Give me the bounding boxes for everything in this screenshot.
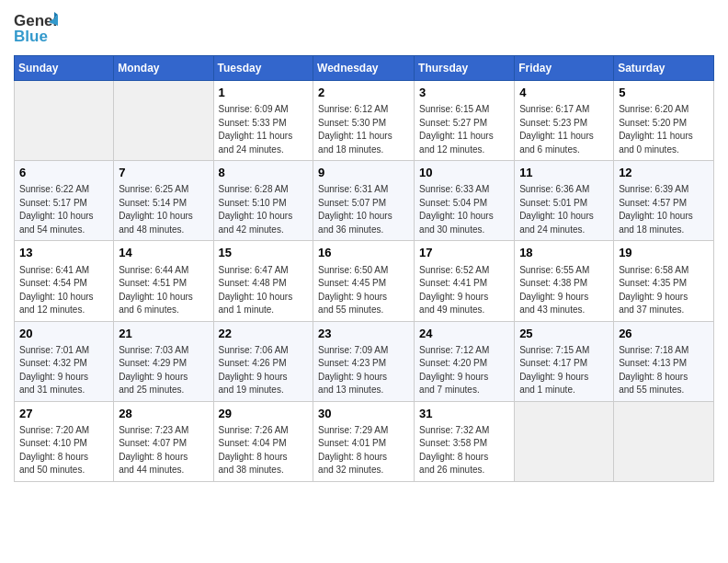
day-number: 3 <box>419 85 509 101</box>
calendar-cell: 24Sunrise: 7:12 AMSunset: 4:20 PMDayligh… <box>415 321 515 401</box>
day-number: 27 <box>19 406 108 422</box>
day-number: 7 <box>119 165 208 181</box>
day-detail: Sunrise: 6:31 AMSunset: 5:07 PMDaylight:… <box>318 183 409 236</box>
calendar-cell <box>15 81 114 161</box>
day-detail: Sunrise: 6:44 AMSunset: 4:51 PMDaylight:… <box>119 264 208 317</box>
calendar-cell: 7Sunrise: 6:25 AMSunset: 5:14 PMDaylight… <box>114 161 213 241</box>
calendar-week-1: 1Sunrise: 6:09 AMSunset: 5:33 PMDaylight… <box>15 81 714 161</box>
day-detail: Sunrise: 7:29 AMSunset: 4:01 PMDaylight:… <box>318 424 409 477</box>
calendar-cell: 10Sunrise: 6:33 AMSunset: 5:04 PMDayligh… <box>415 161 515 241</box>
calendar-cell: 9Sunrise: 6:31 AMSunset: 5:07 PMDaylight… <box>313 161 415 241</box>
day-number: 19 <box>619 245 709 261</box>
calendar-cell <box>515 401 614 481</box>
day-number: 12 <box>619 165 709 181</box>
day-number: 31 <box>419 406 509 422</box>
calendar-cell: 31Sunrise: 7:32 AMSunset: 3:58 PMDayligh… <box>415 401 515 481</box>
page: General Blue SundayMondayTuesdayWednesda… <box>0 0 728 563</box>
day-number: 26 <box>619 326 709 342</box>
day-number: 17 <box>419 245 509 261</box>
calendar-cell: 29Sunrise: 7:26 AMSunset: 4:04 PMDayligh… <box>213 401 313 481</box>
calendar-cell: 12Sunrise: 6:39 AMSunset: 4:57 PMDayligh… <box>614 161 714 241</box>
calendar-week-5: 27Sunrise: 7:20 AMSunset: 4:10 PMDayligh… <box>15 401 714 481</box>
calendar-body: 1Sunrise: 6:09 AMSunset: 5:33 PMDaylight… <box>15 81 714 482</box>
weekday-row: SundayMondayTuesdayWednesdayThursdayFrid… <box>15 56 714 81</box>
day-detail: Sunrise: 6:25 AMSunset: 5:14 PMDaylight:… <box>119 183 208 236</box>
logo: General Blue <box>14 9 60 48</box>
day-detail: Sunrise: 6:58 AMSunset: 4:35 PMDaylight:… <box>619 264 709 317</box>
day-number: 24 <box>419 326 509 342</box>
calendar-cell: 23Sunrise: 7:09 AMSunset: 4:23 PMDayligh… <box>313 321 415 401</box>
calendar-header: SundayMondayTuesdayWednesdayThursdayFrid… <box>15 56 714 81</box>
day-number: 15 <box>219 245 309 261</box>
day-detail: Sunrise: 7:20 AMSunset: 4:10 PMDaylight:… <box>19 424 108 477</box>
day-detail: Sunrise: 6:17 AMSunset: 5:23 PMDaylight:… <box>519 103 609 156</box>
day-number: 1 <box>219 85 309 101</box>
calendar-cell: 28Sunrise: 7:23 AMSunset: 4:07 PMDayligh… <box>114 401 213 481</box>
day-number: 16 <box>318 245 409 261</box>
day-detail: Sunrise: 7:03 AMSunset: 4:29 PMDaylight:… <box>119 344 208 397</box>
day-detail: Sunrise: 6:52 AMSunset: 4:41 PMDaylight:… <box>419 264 509 317</box>
calendar-cell: 15Sunrise: 6:47 AMSunset: 4:48 PMDayligh… <box>213 241 313 321</box>
calendar-cell: 30Sunrise: 7:29 AMSunset: 4:01 PMDayligh… <box>313 401 415 481</box>
day-detail: Sunrise: 7:23 AMSunset: 4:07 PMDaylight:… <box>119 424 208 477</box>
day-number: 28 <box>119 406 208 422</box>
calendar-cell: 22Sunrise: 7:06 AMSunset: 4:26 PMDayligh… <box>213 321 313 401</box>
day-detail: Sunrise: 7:15 AMSunset: 4:17 PMDaylight:… <box>519 344 609 397</box>
weekday-header-wednesday: Wednesday <box>313 56 415 81</box>
day-detail: Sunrise: 6:39 AMSunset: 4:57 PMDaylight:… <box>619 183 709 236</box>
day-detail: Sunrise: 6:28 AMSunset: 5:10 PMDaylight:… <box>219 183 309 236</box>
calendar-cell: 16Sunrise: 6:50 AMSunset: 4:45 PMDayligh… <box>313 241 415 321</box>
day-detail: Sunrise: 7:18 AMSunset: 4:13 PMDaylight:… <box>619 344 709 397</box>
calendar-cell: 11Sunrise: 6:36 AMSunset: 5:01 PMDayligh… <box>515 161 614 241</box>
calendar-cell: 21Sunrise: 7:03 AMSunset: 4:29 PMDayligh… <box>114 321 213 401</box>
day-number: 25 <box>519 326 609 342</box>
weekday-header-saturday: Saturday <box>614 56 714 81</box>
calendar-table: SundayMondayTuesdayWednesdayThursdayFrid… <box>14 55 714 482</box>
calendar-cell <box>614 401 714 481</box>
day-number: 30 <box>318 406 409 422</box>
day-number: 29 <box>219 406 309 422</box>
day-detail: Sunrise: 7:09 AMSunset: 4:23 PMDaylight:… <box>318 344 409 397</box>
day-detail: Sunrise: 6:36 AMSunset: 5:01 PMDaylight:… <box>519 183 609 236</box>
day-detail: Sunrise: 6:20 AMSunset: 5:20 PMDaylight:… <box>619 103 709 156</box>
calendar-cell: 8Sunrise: 6:28 AMSunset: 5:10 PMDaylight… <box>213 161 313 241</box>
calendar-cell: 3Sunrise: 6:15 AMSunset: 5:27 PMDaylight… <box>415 81 515 161</box>
day-number: 13 <box>19 245 108 261</box>
day-number: 6 <box>19 165 108 181</box>
day-detail: Sunrise: 6:41 AMSunset: 4:54 PMDaylight:… <box>19 264 108 317</box>
weekday-header-thursday: Thursday <box>415 56 515 81</box>
day-number: 8 <box>219 165 309 181</box>
day-number: 4 <box>519 85 609 101</box>
day-number: 20 <box>19 326 108 342</box>
logo-icon: General Blue <box>14 9 58 48</box>
calendar-cell: 26Sunrise: 7:18 AMSunset: 4:13 PMDayligh… <box>614 321 714 401</box>
calendar-cell: 2Sunrise: 6:12 AMSunset: 5:30 PMDaylight… <box>313 81 415 161</box>
calendar-cell: 4Sunrise: 6:17 AMSunset: 5:23 PMDaylight… <box>515 81 614 161</box>
header: General Blue <box>14 9 714 48</box>
day-number: 10 <box>419 165 509 181</box>
day-detail: Sunrise: 6:15 AMSunset: 5:27 PMDaylight:… <box>419 103 509 156</box>
weekday-header-friday: Friday <box>515 56 614 81</box>
weekday-header-sunday: Sunday <box>15 56 114 81</box>
day-number: 21 <box>119 326 208 342</box>
calendar-cell <box>114 81 213 161</box>
day-number: 22 <box>219 326 309 342</box>
day-number: 18 <box>519 245 609 261</box>
day-detail: Sunrise: 6:22 AMSunset: 5:17 PMDaylight:… <box>19 183 108 236</box>
calendar-week-4: 20Sunrise: 7:01 AMSunset: 4:32 PMDayligh… <box>15 321 714 401</box>
calendar-cell: 6Sunrise: 6:22 AMSunset: 5:17 PMDaylight… <box>15 161 114 241</box>
calendar-cell: 19Sunrise: 6:58 AMSunset: 4:35 PMDayligh… <box>614 241 714 321</box>
calendar-cell: 25Sunrise: 7:15 AMSunset: 4:17 PMDayligh… <box>515 321 614 401</box>
calendar-cell: 13Sunrise: 6:41 AMSunset: 4:54 PMDayligh… <box>15 241 114 321</box>
day-detail: Sunrise: 7:01 AMSunset: 4:32 PMDaylight:… <box>19 344 108 397</box>
day-number: 5 <box>619 85 709 101</box>
day-detail: Sunrise: 6:47 AMSunset: 4:48 PMDaylight:… <box>219 264 309 317</box>
calendar-cell: 17Sunrise: 6:52 AMSunset: 4:41 PMDayligh… <box>415 241 515 321</box>
calendar-cell: 5Sunrise: 6:20 AMSunset: 5:20 PMDaylight… <box>614 81 714 161</box>
calendar-cell: 20Sunrise: 7:01 AMSunset: 4:32 PMDayligh… <box>15 321 114 401</box>
day-number: 11 <box>519 165 609 181</box>
day-number: 2 <box>318 85 409 101</box>
calendar-cell: 1Sunrise: 6:09 AMSunset: 5:33 PMDaylight… <box>213 81 313 161</box>
weekday-header-monday: Monday <box>114 56 213 81</box>
calendar-cell: 27Sunrise: 7:20 AMSunset: 4:10 PMDayligh… <box>15 401 114 481</box>
